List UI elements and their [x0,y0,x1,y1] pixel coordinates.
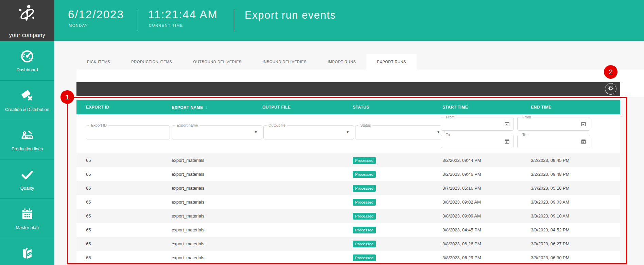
sidebar-item-tooling[interactable]: Tooling [0,238,54,265]
tab-label: EXPORT RUNS [377,60,406,64]
sidebar-item-creation-distribution[interactable]: Creation & Distribution [0,80,54,120]
calendar-picker-icon[interactable] [504,139,510,144]
tab-item[interactable]: INBOUND DELIVERIES [252,54,317,70]
filter-status: Status ▼ [355,125,445,139]
sidebar-item-master-plan[interactable]: Master plan [0,198,54,238]
check-icon [20,167,35,184]
start-time-from-input[interactable] [445,120,502,128]
conveyor-icon [20,128,35,144]
export-id-input[interactable] [90,128,166,137]
cell-export-id: 65 [76,227,162,232]
filter-label: Export name [175,123,199,127]
cell-end-time: 3/2/2023, 09:48 PM [521,172,620,177]
filter-label: To [521,133,528,137]
start-time-to-input[interactable] [445,138,502,146]
package-icon [20,246,35,262]
end-time-to-input[interactable] [521,138,578,146]
cell-export-id: 65 [76,200,162,205]
chevron-down-icon[interactable]: ▼ [437,130,440,134]
cell-start-time: 3/8/2023, 04:45 PM [433,227,521,232]
header-day: MONDAY [69,23,88,27]
settings-button[interactable] [605,83,616,95]
cell-export-id: 65 [76,255,162,260]
tab-label: IMPORT RUNS [328,60,356,64]
cell-status: Processed [343,157,433,164]
table-row[interactable]: 65 export_materials Processed 3/7/2023, … [76,181,620,195]
sidebar-item-dashboard[interactable]: Dashboard [0,41,54,80]
tab-label: INBOUND DELIVERIES [263,60,307,64]
column-header-export-name[interactable]: EXPORT NAME↑ [162,105,253,110]
cell-status: Processed [343,241,433,247]
cell-export-name: export_materials [162,186,253,191]
sidebar-item-quality[interactable]: Quality [0,159,54,198]
table-toolbar [76,82,620,96]
filter-label: Output file [267,123,287,127]
cell-status: Processed [343,199,433,206]
status-badge: Processed [353,171,376,178]
table-row[interactable]: 65 export_materials Processed 3/2/2023, … [76,153,620,167]
table-row[interactable]: 65 export_materials Processed 3/2/2023, … [76,167,620,181]
status-input[interactable] [359,128,433,137]
gauge-icon [20,49,35,65]
cell-start-time: 3/8/2023, 09:02 AM [433,200,521,205]
tab-label: OUTBOUND DELIVERIES [193,60,242,64]
cell-export-name: export_materials [162,241,253,246]
cell-export-name: export_materials [162,172,253,177]
cell-export-id: 65 [76,158,162,163]
calendar-picker-icon[interactable] [581,121,586,127]
sort-ascending-icon: ↑ [205,105,207,110]
cell-end-time: 3/7/2023, 05:18 PM [521,186,620,191]
table-row[interactable]: 65 export_materials Processed 3/8/2023, … [76,209,620,223]
cell-export-name: export_materials [162,227,253,232]
tab-label: PICK ITEMS [87,60,110,64]
cell-start-time: 3/2/2023, 09:46 PM [433,172,521,177]
tab-item[interactable]: EXPORT RUNS [366,54,417,70]
calendar-picker-icon[interactable] [581,139,586,144]
header-divider [138,9,138,32]
cell-status: Processed [343,254,433,261]
cell-start-time: 3/2/2023, 09:44 PM [433,158,521,163]
tab-item[interactable]: OUTBOUND DELIVERIES [183,54,252,70]
tab-item[interactable]: IMPORT RUNS [317,54,366,70]
sidebar-item-production-lines[interactable]: Production lines [0,120,54,159]
filter-label: From [521,115,533,119]
chevron-down-icon[interactable]: ▼ [254,130,258,134]
table-row[interactable]: 65 export_materials Processed 3/8/2023, … [76,237,620,251]
column-header-export-id[interactable]: EXPORT ID [76,105,162,110]
table-row[interactable]: 65 export_materials Processed 3/8/2023, … [76,223,620,237]
cell-end-time: 3/8/2023, 06:27 PM [521,241,620,246]
calendar-picker-icon[interactable] [504,121,510,127]
company-logo-icon [16,2,39,26]
column-header-end-time[interactable]: END TIME [521,105,620,110]
header-time-label: CURRENT TIME [149,23,183,27]
export-name-input[interactable] [175,128,250,137]
cell-export-id: 65 [76,241,162,246]
tab-label: PRODUCTION ITEMS [131,60,172,64]
cell-export-name: export_materials [162,255,253,260]
filter-label: From [444,115,456,119]
column-header-output-file[interactable]: OUTPUT FILE [253,105,343,110]
filter-end-time-from: From [517,117,590,131]
tab-bar: PICK ITEMS PRODUCTION ITEMS OUTBOUND DEL… [76,54,417,70]
chevron-down-icon[interactable]: ▼ [346,130,349,134]
filter-label: Status [359,123,372,127]
table-row[interactable]: 65 export_materials Processed 3/8/2023, … [76,251,620,265]
column-header-status[interactable]: STATUS [343,105,433,110]
column-header-start-time[interactable]: START TIME [433,105,521,110]
status-badge: Processed [353,227,376,233]
gear-icon [608,85,614,93]
tab-item[interactable]: PICK ITEMS [76,54,121,70]
tag-cross-icon [20,89,35,105]
end-time-from-input[interactable] [521,120,578,128]
cell-start-time: 3/8/2023, 09:09 AM [433,213,521,219]
output-file-input[interactable] [267,128,342,137]
tab-item[interactable]: PRODUCTION ITEMS [121,54,182,70]
table-row[interactable]: 65 export_materials Processed 3/8/2023, … [76,195,620,209]
company-logo-block[interactable]: your company [0,0,54,41]
cell-status: Processed [343,171,433,178]
cell-export-name: export_materials [162,213,253,219]
cell-export-id: 65 [76,213,162,219]
cell-start-time: 3/8/2023, 06:29 PM [433,255,521,260]
filter-end-time-to: To [517,135,590,148]
filter-start-time-to: To [441,135,514,148]
